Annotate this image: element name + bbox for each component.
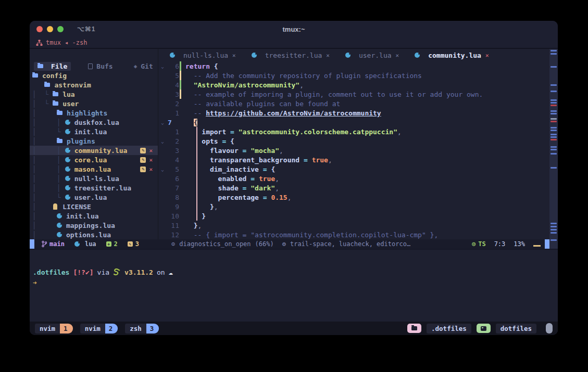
tmux-window-1[interactable]: nvim1	[35, 324, 73, 333]
code-rows: ⌄6return {5 -- Add the community reposit…	[158, 61, 558, 239]
code-token: }	[185, 212, 206, 220]
filetype-label: lua	[85, 240, 96, 248]
code-token: shade	[185, 184, 243, 192]
tmux-windows: nvim1nvim2zsh3	[35, 324, 159, 333]
line-number: 3	[167, 91, 179, 98]
buffer-tab-null-ls-lua[interactable]: null-ls.lua✕	[165, 49, 241, 61]
tree-item-astronvim[interactable]: astronvim	[30, 80, 158, 89]
close-buffer-icon[interactable]: ✕	[232, 52, 236, 59]
tree-item-config[interactable]: config	[30, 71, 158, 80]
indent-guide: │ │	[32, 175, 65, 183]
code-line[interactable]: ⌄6return {	[158, 61, 558, 71]
scope-guide-line	[196, 127, 197, 221]
code-line[interactable]: ⌄2 opts = {	[158, 136, 558, 146]
close-buffer-icon[interactable]: ✕	[485, 52, 489, 59]
tree-item-user[interactable]: │ └ user	[30, 99, 158, 108]
terminal-window: ⌥⌘1 tmux:~ tmux ◂ -zsh FileBufs◈Git conf…	[30, 21, 558, 335]
code-line[interactable]: 11 },	[158, 221, 558, 230]
tree-item-lua[interactable]: │ └ lua	[30, 89, 158, 99]
code-token: "dark"	[251, 184, 275, 192]
tmux-window-2[interactable]: nvim2	[80, 324, 118, 333]
minimap-mark	[551, 99, 557, 101]
tree-item-label: plugins	[67, 137, 95, 145]
git-branch-segment[interactable]: main	[42, 240, 65, 248]
tree-tab-file[interactable]: File	[34, 62, 71, 71]
tree-item-init-lua[interactable]: │ init.lua	[30, 211, 158, 221]
line-number: 8	[167, 194, 179, 201]
python-version: v3.11.2	[124, 268, 153, 276]
close-buffer-icon[interactable]: ✕	[326, 52, 330, 59]
code-editor[interactable]: null-ls.lua✕treesitter.lua✕user.lua✕comm…	[158, 49, 558, 239]
tree-tab-bufs[interactable]: Bufs	[84, 62, 116, 71]
code-line[interactable]: 12 -- { import = "astrocommunity.complet…	[158, 230, 558, 239]
minimap-scrollbar[interactable]	[549, 49, 558, 249]
close-buffer-icon[interactable]: ✕	[396, 52, 399, 59]
unsaved-close-icon[interactable]: ✕	[149, 147, 153, 154]
tree-tab-git[interactable]: ◈Git	[130, 62, 157, 71]
git-added-segment: + 2	[106, 240, 118, 248]
tmux-end-cap	[546, 323, 553, 333]
git-changed-segment: ✎ 3	[128, 240, 139, 248]
prompt-arrow-icon[interactable]: ➜	[33, 279, 37, 287]
buffer-tab-user-lua[interactable]: user.lua✕	[340, 49, 404, 61]
code-line[interactable]: 2 -- available plugins can be found at	[158, 99, 558, 108]
diagnostics-label[interactable]: diagnostics_on_open	[179, 240, 251, 248]
code-line[interactable]: 1 import = "astrocommunity.colorscheme.c…	[158, 127, 558, 136]
code-token: https://github.com/AstroNvim/astrocommun…	[206, 109, 381, 117]
line-number: 3	[167, 147, 179, 155]
tree-item-license[interactable]: │ LICENSE	[30, 202, 158, 211]
tree-item-duskfox-lua[interactable]: │ │ duskfox.lua	[30, 118, 158, 127]
code-line[interactable]: 5 -- Add the community repository of plu…	[158, 71, 558, 80]
code-line[interactable]: 3 -- example of imporing a plugin, comme…	[158, 89, 558, 99]
tmux-status-bar: nvim1nvim2zsh3 .dotfilesdotfiles	[30, 322, 558, 335]
line-number: 5	[167, 165, 179, 173]
code-token: }	[185, 203, 214, 211]
unsaved-close-icon[interactable]: ✕	[149, 166, 153, 173]
code-line[interactable]: 1 -- https://github.com/AstroNvim/astroc…	[158, 108, 558, 118]
tree-item-label: null-ls.lua	[74, 175, 119, 183]
shell-pane[interactable]: .dotfiles [!?✔] via v3.11.2 on ☁ ➜	[30, 249, 558, 322]
code-token: =	[304, 156, 312, 164]
code-line[interactable]: ⌄5 dim_inactive = {	[158, 164, 558, 174]
tree-item-treesitter-lua[interactable]: │ │ treesitter.lua	[30, 183, 158, 193]
code-line[interactable]: 7 shade = "dark",	[158, 183, 558, 193]
tree-item-label: LICENSE	[62, 203, 91, 211]
minimap-mark	[551, 136, 557, 138]
tree-item-mason-lua[interactable]: │ │ mason.lua✎✕	[30, 164, 158, 174]
minimap-mark	[551, 102, 557, 104]
code-token: {	[210, 62, 218, 70]
tree-item-plugins[interactable]: │ plugins	[30, 136, 158, 146]
unsaved-close-icon[interactable]: ✕	[149, 157, 153, 163]
tree-item-init-lua[interactable]: │ └ init.lua	[30, 127, 158, 136]
tree-item-core-lua[interactable]: │ │ core.lua✎✕	[30, 155, 158, 164]
tmux-window-index: 1	[60, 324, 73, 333]
code-token: transparent_background	[185, 156, 304, 164]
code-line[interactable]: 6 enabled = true,	[158, 174, 558, 183]
tree-item-mappings-lua[interactable]: │ mappings.lua	[30, 221, 158, 230]
folder-icon	[44, 83, 50, 87]
lua-icon	[57, 213, 62, 219]
tree-item-user-lua[interactable]: │ └ user.lua	[30, 193, 158, 202]
code-line[interactable]: 9 },	[158, 202, 558, 211]
tree-item-highlights[interactable]: │ highlights	[30, 108, 158, 118]
code-line[interactable]: 8 percentage = 0.15,	[158, 193, 558, 202]
tmux-tab-label[interactable]: tmux ◂ -zsh	[46, 39, 87, 46]
buffer-tab-community-lua[interactable]: community.lua✕	[409, 49, 494, 61]
code-line[interactable]: 10 }	[158, 211, 558, 221]
code-line[interactable]: 4 "AstroNvim/astrocommunity",	[158, 80, 558, 89]
lua-icon	[65, 195, 70, 200]
minimap-mark	[551, 84, 557, 86]
buffer-tab-treesitter-lua[interactable]: treesitter.lua✕	[246, 49, 335, 61]
code-line[interactable]: ⌄7 {	[158, 118, 558, 127]
ruler-mark	[533, 245, 541, 247]
terminal-pill-icon	[477, 324, 491, 333]
tree-item-options-lua[interactable]: │ options.lua	[30, 230, 158, 239]
code-text: import = "astrocommunity.colorscheme.cat…	[182, 128, 402, 136]
tree-item-null-ls-lua[interactable]: │ │ null-ls.lua	[30, 174, 158, 183]
cursor-position: 7:3	[494, 240, 506, 248]
tree-item-label: init.lua	[66, 212, 99, 220]
code-line[interactable]: 3 flavour = "mocha",	[158, 146, 558, 155]
tmux-window-3[interactable]: zsh3	[125, 324, 159, 333]
code-line[interactable]: 4 transparent_background = true,	[158, 155, 558, 164]
tree-item-community-lua[interactable]: │ │ community.lua✎✕	[30, 146, 158, 155]
